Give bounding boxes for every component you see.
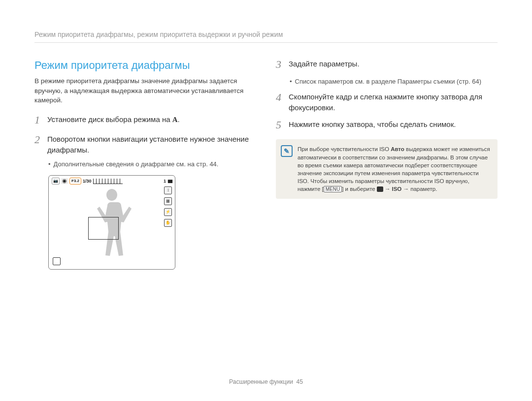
page-footer: Расширенные функции 45	[34, 368, 498, 386]
step-text: Скомпонуйте кадр и слегка нажмите кнопку…	[289, 91, 498, 113]
step-text: Поворотом кнопки навигации установите ну…	[47, 133, 256, 155]
shutter-readout: 1/30	[83, 178, 92, 185]
step-number: 1	[34, 112, 47, 128]
eye-icon: ◉	[61, 178, 68, 184]
camera-icon: 📷	[52, 178, 60, 185]
lcd-right-icons: ⟟ ▦ ⚡ ✋	[164, 186, 172, 227]
shots-remaining: 1	[164, 178, 166, 185]
step-text: Нажмите кнопку затвора, чтобы сделать сн…	[289, 118, 498, 130]
step-4: 4 Скомпонуйте кадр и слегка нажмите кноп…	[276, 91, 498, 113]
step-1: 1 Установите диск выбора режима на A.	[34, 113, 256, 128]
menu-button-label: MENU	[324, 186, 342, 192]
iso-auto-label: Авто	[391, 146, 404, 152]
step-1-text-a: Установите диск выбора режима на	[47, 115, 172, 123]
step-number: 4	[276, 90, 289, 105]
note-part-4: → параметр.	[401, 186, 437, 192]
battery-icon: ▮▮▮	[167, 178, 172, 185]
note-part-2: выдержка может не измениться автоматичес…	[298, 146, 490, 191]
step-3: 3 Задайте параметры.	[276, 58, 498, 72]
intro-text: В режиме приоритета диафрагмы значение д…	[34, 76, 256, 105]
stabilizer-icon: ✋	[164, 219, 172, 227]
note-part-3: ] и выберите	[342, 186, 377, 192]
single-shot-icon	[53, 257, 61, 265]
mode-a-glyph: A	[172, 116, 178, 123]
step-text: Задайте параметры.	[289, 58, 498, 69]
step-2-bullet: Дополнительные сведения о диафрагме см. …	[48, 160, 256, 169]
step-5: 5 Нажмите кнопку затвора, чтобы сделать …	[276, 118, 498, 133]
size-icon: ⟟	[164, 186, 172, 194]
step-2: 2 Поворотом кнопки навигации установите …	[34, 133, 256, 155]
step-number: 3	[276, 57, 289, 72]
quality-icon: ▦	[164, 197, 172, 205]
section-title: Режим приоритета диафрагмы	[34, 58, 256, 73]
aperture-badge: F3.2	[69, 178, 81, 185]
content-columns: Режим приоритета диафрагмы В режиме прио…	[34, 58, 498, 368]
step-number: 5	[276, 117, 289, 133]
note-box: ✎ При выборе чувствительности ISO Авто в…	[276, 139, 498, 199]
focus-box	[88, 217, 119, 240]
lcd-illustration: 📷 ◉ F3.2 1/30 1 ▮▮▮ ⟟ ▦ ⚡ ✋	[48, 175, 175, 270]
footer-page: 45	[297, 378, 303, 385]
iso-label: ISO	[392, 186, 401, 192]
ev-scale	[93, 179, 123, 184]
step-1-text-b: .	[178, 115, 180, 123]
step-3-bullet: Список параметров см. в разделе Параметр…	[290, 77, 498, 87]
right-column: 3 Задайте параметры. Список параметров с…	[276, 58, 498, 368]
footer-section: Расширенные функции	[229, 378, 293, 385]
note-part-1: При выборе чувствительности ISO	[298, 146, 391, 152]
step-text: Установите диск выбора режима на A.	[47, 113, 256, 125]
arrow-icon: →	[385, 186, 391, 192]
camera-glyph-icon	[377, 186, 383, 192]
manual-page: Режим приоритета диафрагмы, режим приори…	[0, 0, 532, 401]
step-number: 2	[34, 132, 47, 148]
note-icon: ✎	[281, 145, 293, 157]
breadcrumb: Режим приоритета диафрагмы, режим приори…	[34, 30, 498, 43]
flash-icon: ⚡	[164, 208, 172, 216]
left-column: Режим приоритета диафрагмы В режиме прио…	[34, 58, 256, 368]
lcd-top-row: 📷 ◉ F3.2 1/30 1 ▮▮▮	[52, 178, 172, 185]
